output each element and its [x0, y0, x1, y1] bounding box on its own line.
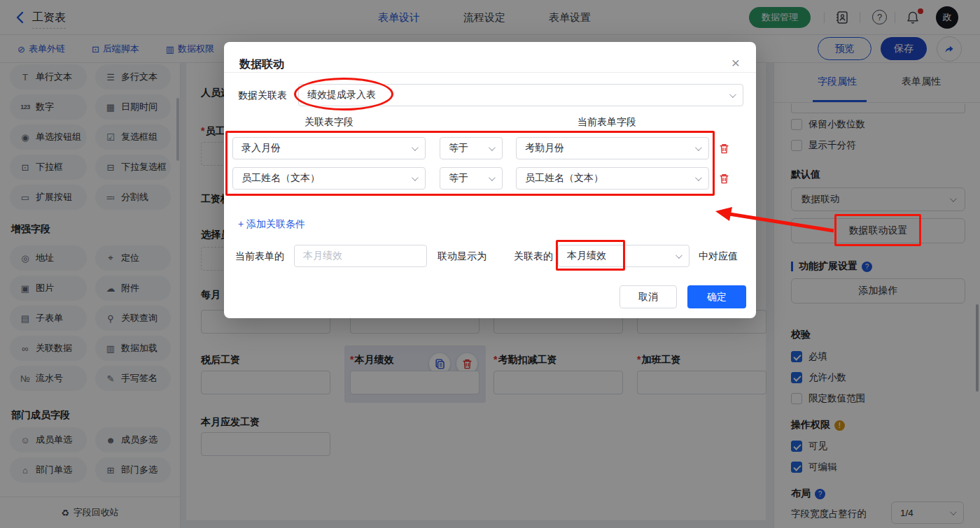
modal-divider [224, 72, 756, 73]
chevron-down-icon [729, 91, 736, 98]
condition-2-left-select[interactable]: 员工姓名（文本） [232, 167, 426, 190]
linked-form-label: 关联表的 [514, 250, 553, 263]
data-linkage-modal: 数据联动 × 数据关联表 绩效提成录入表 关联表字段 当前表单字段 录入月份 等… [224, 42, 756, 318]
chevron-down-icon [695, 174, 702, 181]
condition-1-op-select[interactable]: 等于 [440, 137, 503, 159]
column-header-current-fields: 当前表单字段 [578, 116, 636, 129]
delete-condition-1-icon[interactable] [718, 143, 730, 155]
current-form-label: 当前表单的 [235, 250, 284, 263]
delete-condition-2-icon[interactable] [718, 173, 730, 185]
condition-2-right-select[interactable]: 员工姓名（文本） [516, 167, 709, 190]
close-icon[interactable]: × [727, 55, 745, 73]
chevron-down-icon [412, 144, 419, 151]
condition-1-right-select[interactable]: 考勤月份 [516, 137, 709, 159]
link-table-label: 数据关联表 [238, 90, 287, 102]
display-as-label: 联动显示为 [438, 250, 486, 263]
chevron-down-icon [412, 174, 419, 181]
chevron-down-icon [489, 144, 496, 151]
condition-1-left-select[interactable]: 录入月份 [232, 137, 426, 159]
column-header-linked-fields: 关联表字段 [304, 116, 354, 129]
confirm-button[interactable]: 确定 [687, 285, 746, 308]
add-condition-link[interactable]: + 添加关联条件 [238, 218, 305, 231]
chevron-down-icon [676, 252, 682, 259]
current-field-input[interactable]: 本月绩效 [294, 245, 427, 267]
link-table-select[interactable]: 绩效提成录入表 [298, 84, 743, 106]
corresponding-value-label: 中对应值 [699, 250, 738, 263]
cancel-button[interactable]: 取消 [620, 285, 677, 308]
chevron-down-icon [489, 174, 496, 181]
modal-title: 数据联动 [239, 57, 284, 72]
linked-field-select[interactable]: 本月绩效 [558, 245, 690, 267]
condition-2-op-select[interactable]: 等于 [440, 167, 503, 190]
chevron-down-icon [695, 144, 702, 151]
